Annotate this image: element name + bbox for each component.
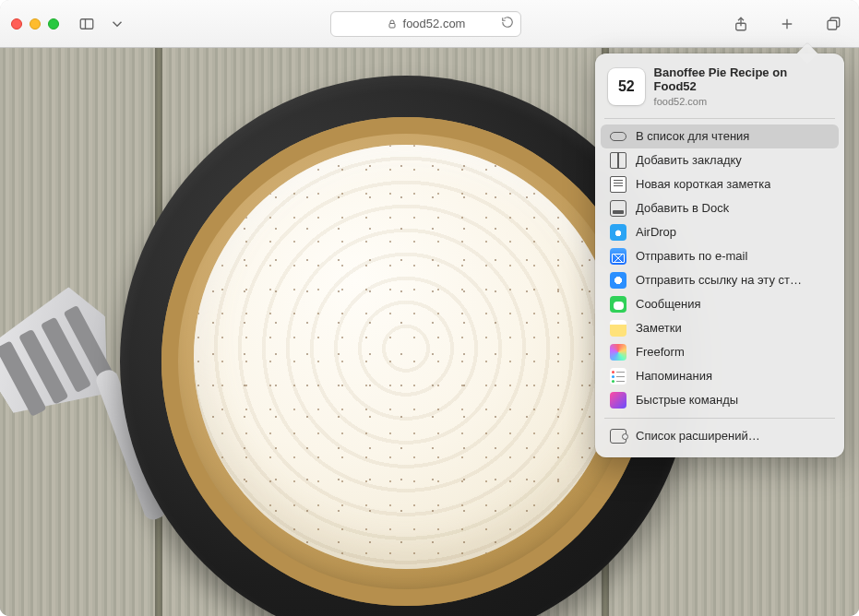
share-header: 52 Banoffee Pie Recipe on Food52 food52.… [601,59,839,116]
share-popover: 52 Banoffee Pie Recipe on Food52 food52.… [595,53,844,457]
minimize-window-button[interactable] [30,18,41,30]
notes-icon [610,320,626,337]
share-item-label: Новая короткая заметка [636,177,770,191]
sidebar-toggle-button[interactable] [72,12,101,36]
share-menu-item[interactable]: Напоминания [601,364,839,388]
separator [604,118,835,119]
share-menu-item[interactable]: Заметки [601,316,839,340]
lock-icon [387,18,398,30]
share-item-label: Добавить в Dock [636,201,729,215]
share-item-label: AirDrop [636,225,676,239]
messages-icon [610,296,626,313]
share-menu: В список для чтенияДобавить закладкуНова… [601,121,839,416]
share-button[interactable] [726,12,756,36]
mail-icon [610,248,626,265]
glasses-icon [610,128,626,145]
airdrop-icon [610,224,626,241]
tab-group-menu-button[interactable] [109,12,125,36]
separator [604,418,835,419]
share-item-label: Добавить закладку [636,153,742,167]
share-menu-item[interactable]: Отправить по e-mail [601,244,839,268]
share-title: Banoffee Pie Recipe on Food52 [654,66,831,94]
share-menu-item[interactable]: Быстрые команды [601,388,839,412]
reminders-icon [610,368,626,385]
new-tab-button[interactable] [772,12,802,36]
share-thumbnail: 52 [608,68,645,105]
share-menu-item[interactable]: Сообщения [601,292,839,316]
share-item-label: Список расширений… [636,429,760,443]
share-menu-item[interactable]: Отправить ссылку на эту ст… [601,268,839,292]
pie-cream-illustration [194,145,618,569]
share-menu-item[interactable]: AirDrop [601,220,839,244]
reload-button[interactable] [501,16,514,31]
share-item-label: В список для чтения [636,129,749,143]
share-menu-item[interactable]: Добавить в Dock [601,196,839,220]
share-item-label: Отправить по e-mail [636,249,747,263]
shortcuts-icon [610,392,626,409]
book-icon [610,152,626,169]
address-bar-text: food52.com [403,17,466,30]
share-menu-item[interactable]: Новая короткая заметка [601,172,839,196]
extensions-icon [610,429,626,444]
safari-icon [610,272,626,289]
share-extensions-item[interactable]: Список расширений… [601,424,839,448]
share-item-label: Отправить ссылку на эту ст… [636,273,802,287]
freeform-icon [610,344,626,361]
share-menu-item[interactable]: Добавить закладку [601,148,839,172]
share-menu-item[interactable]: В список для чтения [601,124,839,148]
share-item-label: Напоминания [636,369,712,383]
share-item-label: Быстрые команды [636,393,738,407]
share-menu-item[interactable]: Freeform [601,340,839,364]
note-icon [610,176,626,193]
svg-rect-0 [80,18,93,29]
window-controls [11,18,59,30]
share-item-label: Заметки [636,321,682,335]
svg-rect-2 [389,23,395,28]
dock-icon [610,200,626,217]
share-subtitle: food52.com [654,96,831,107]
browser-toolbar: food52.com [0,0,859,48]
zoom-window-button[interactable] [48,18,59,30]
tab-overview-button[interactable] [818,12,848,36]
close-window-button[interactable] [11,18,22,30]
share-item-label: Сообщения [636,297,701,311]
address-bar[interactable]: food52.com [330,11,520,37]
share-item-label: Freeform [636,345,685,359]
svg-rect-6 [828,20,837,30]
